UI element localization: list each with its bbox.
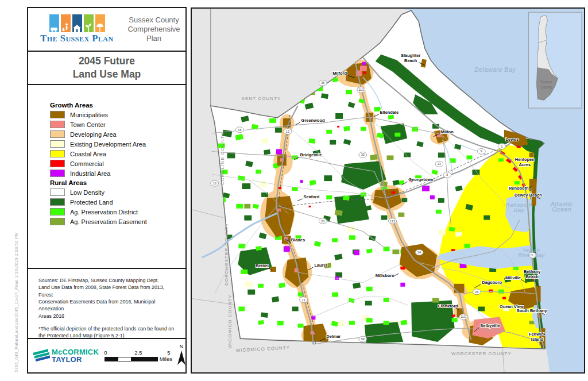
legend-label: Town Center [70, 121, 106, 128]
legend-item: Industrial Area [50, 170, 185, 177]
route-shield-number: 20 [321, 220, 324, 223]
route-shield-number: 24 [417, 251, 421, 254]
ag-district-blob [498, 290, 504, 294]
county-label: WORCESTER COUNTY [451, 351, 512, 356]
legend-swatch [50, 170, 65, 177]
legend-label: Ag. Preservation Easement [70, 218, 147, 225]
route-shield: 20 [319, 218, 327, 224]
ag-district-blob [238, 244, 245, 248]
firm-name-bottom: TAYLOR [52, 356, 99, 363]
ag-district-blob [366, 287, 373, 291]
town-label: BethanyBeach [524, 269, 541, 279]
municipality-area [454, 284, 465, 293]
ag-easement-blob [392, 249, 399, 254]
ag-district-blob [384, 298, 389, 302]
route-shield-number: 23 [438, 162, 441, 166]
route-shield-number: 113 [461, 315, 466, 318]
town-label: Selbyville [480, 323, 500, 328]
footer-section: McCORMICK TAYLOR 0 2.5 5 Miles [28, 339, 185, 372]
protected-land-blob [345, 210, 352, 215]
legend-growth-rows: MunicipalitiesTown CenterDeveloping Area… [50, 111, 185, 177]
ag-easement-blob [387, 155, 394, 160]
route-shield-number: 36 [321, 81, 324, 84]
route-shield-number: 54 [361, 337, 365, 341]
legend-swatch [50, 130, 65, 138]
protected-land-blob [365, 301, 372, 306]
route-shield: 1 [498, 144, 506, 149]
map[interactable]: 13131131131131195161820242630542336 Suss… [191, 7, 585, 374]
town-label: Frankford [438, 303, 458, 309]
protected-land-blob [438, 152, 445, 157]
county-label: CAROLINE COUNTY [220, 132, 225, 185]
north-arrow: N [176, 343, 187, 368]
legend-swatch [50, 218, 65, 225]
ag-easement-blob [529, 321, 535, 324]
route-shield: 16 [235, 127, 243, 133]
town-label: Seaford [304, 194, 320, 199]
map-canvas[interactable]: 13131131131131195161820242630542336 Suss… [192, 9, 584, 372]
route-shield: 30 [359, 152, 367, 157]
legend-item: Existing Development Area [50, 140, 185, 148]
plant-icon [84, 14, 94, 32]
water-label: Delaware Bay [474, 67, 516, 73]
legend-label: Commercial [70, 160, 104, 167]
ag-district-blob [346, 90, 352, 94]
town-label: Bethel [256, 263, 269, 268]
ag-district-blob [326, 130, 332, 134]
town-label: Dagsboro [482, 280, 502, 285]
route-shield-number: 18 [213, 182, 216, 185]
commercial-blob [337, 126, 339, 128]
commercial-blob [278, 187, 281, 189]
scale-2-5: 2.5 [134, 349, 142, 356]
commercial-blob [391, 191, 395, 194]
route-shield: 113 [388, 218, 396, 224]
town-label: Georgetown [408, 177, 434, 182]
scale-bar: 0 2.5 5 Miles [105, 349, 172, 367]
mccormick-taylor-mark [33, 348, 50, 363]
route-shield-number: 16 [238, 128, 241, 132]
ag-district-blob [349, 235, 355, 240]
legend-swatch [50, 188, 65, 196]
legend-item: Ag. Preservation Easement [50, 218, 185, 225]
header-section: The Sussex Plan Sussex County Comprehens… [28, 8, 185, 52]
town-label: Delmar [326, 334, 341, 339]
north-label: N [180, 344, 184, 349]
ag-district-blob [256, 170, 261, 174]
route-shield: 113 [459, 314, 467, 320]
legend-swatch [50, 208, 65, 215]
note-text: *The official depiction of the protected… [38, 325, 177, 340]
scale-bar-graphic [105, 357, 158, 361]
protected-land-blob [275, 128, 282, 133]
legend: Growth Areas MunicipalitiesTown CenterDe… [28, 85, 185, 269]
town-label: Milton [441, 129, 454, 134]
route-shield-number: 26 [475, 290, 478, 294]
town-label: Milford [332, 71, 347, 76]
ag-district-blob [332, 293, 338, 297]
ag-district-blob [241, 270, 247, 274]
county-label: DORCHESTER COUNTY [224, 222, 229, 286]
route-shield-number: 30 [361, 153, 365, 156]
legend-swatch [50, 111, 65, 118]
ag-district-blob [361, 127, 366, 131]
legend-swatch [50, 198, 65, 206]
legend-label: Low Density [70, 189, 105, 196]
industrial-blob [300, 180, 303, 183]
map-title-line1: 2045 Future [28, 55, 185, 68]
sources-section: Sources: DE FirstMap, Sussex County Mapp… [28, 269, 185, 339]
legend-item: Municipalities [50, 111, 185, 118]
ag-district-blob [388, 115, 394, 120]
industrial-blob [354, 250, 359, 255]
commercial-blob [309, 206, 311, 207]
route-shield: 18 [211, 180, 219, 186]
town-label: South Bethany [517, 308, 547, 313]
car-icon [49, 14, 59, 32]
protected-land-blob [247, 290, 255, 295]
legend-label: Coastal Area [70, 151, 106, 157]
state-inset-map: SussexCounty [529, 12, 582, 108]
town-label: Lewes [506, 137, 519, 142]
ag-district-blob [326, 195, 332, 199]
scale-0: 0 [104, 349, 107, 356]
route-shield-number: 13 [302, 298, 305, 302]
route-shield: 13 [300, 297, 308, 303]
legend-item: Protected Land [50, 198, 185, 206]
